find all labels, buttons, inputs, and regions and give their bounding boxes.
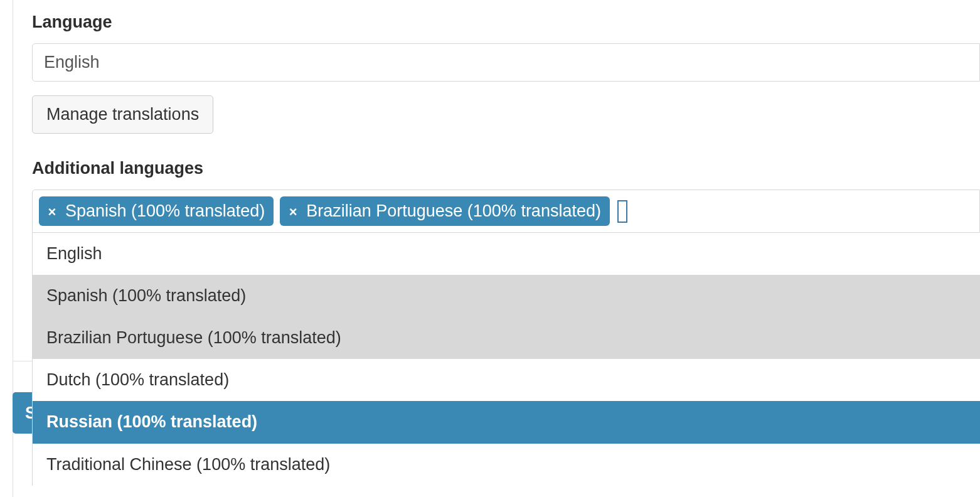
dropdown-option-dutch[interactable]: Dutch (100% translated) (33, 359, 980, 401)
dropdown-option-traditional-chinese[interactable]: Traditional Chinese (100% translated) (33, 444, 980, 486)
dropdown-option-russian[interactable]: Russian (100% translated) (33, 401, 980, 443)
dropdown-option-label: Traditional Chinese (100% translated) (46, 455, 330, 474)
tag-label: Brazilian Portuguese (100% translated) (306, 200, 601, 222)
tag-brazilian-portuguese: × Brazilian Portuguese (100% translated) (280, 196, 610, 226)
additional-languages-label: Additional languages (32, 159, 980, 178)
language-select[interactable]: English (32, 43, 980, 82)
language-select-value: English (44, 53, 100, 72)
dropdown-option-label: Brazilian Portuguese (100% translated) (46, 328, 341, 347)
dropdown-option-label: Spanish (100% translated) (46, 286, 246, 305)
dropdown-option-brazilian-portuguese[interactable]: Brazilian Portuguese (100% translated) (33, 317, 980, 359)
close-icon[interactable]: × (45, 205, 59, 219)
close-icon[interactable]: × (286, 205, 300, 219)
dropdown-option-label: Dutch (100% translated) (46, 370, 229, 389)
dropdown-option-spanish[interactable]: Spanish (100% translated) (33, 275, 980, 317)
manage-translations-button[interactable]: Manage translations (32, 95, 213, 134)
multiselect-dropdown: English Spanish (100% translated) Brazil… (32, 233, 980, 486)
language-label: Language (32, 13, 980, 32)
dropdown-option-label: English (46, 244, 102, 263)
manage-translations-label: Manage translations (46, 105, 199, 124)
multiselect-text-cursor[interactable] (617, 200, 627, 223)
multiselect-input-box[interactable]: × Spanish (100% translated) × Brazilian … (32, 190, 980, 233)
tag-spanish: × Spanish (100% translated) (39, 196, 274, 226)
dropdown-option-english[interactable]: English (33, 233, 980, 275)
additional-languages-multiselect[interactable]: × Spanish (100% translated) × Brazilian … (32, 190, 980, 233)
tag-label: Spanish (100% translated) (65, 200, 265, 222)
dropdown-option-label: Russian (100% translated) (46, 412, 257, 431)
